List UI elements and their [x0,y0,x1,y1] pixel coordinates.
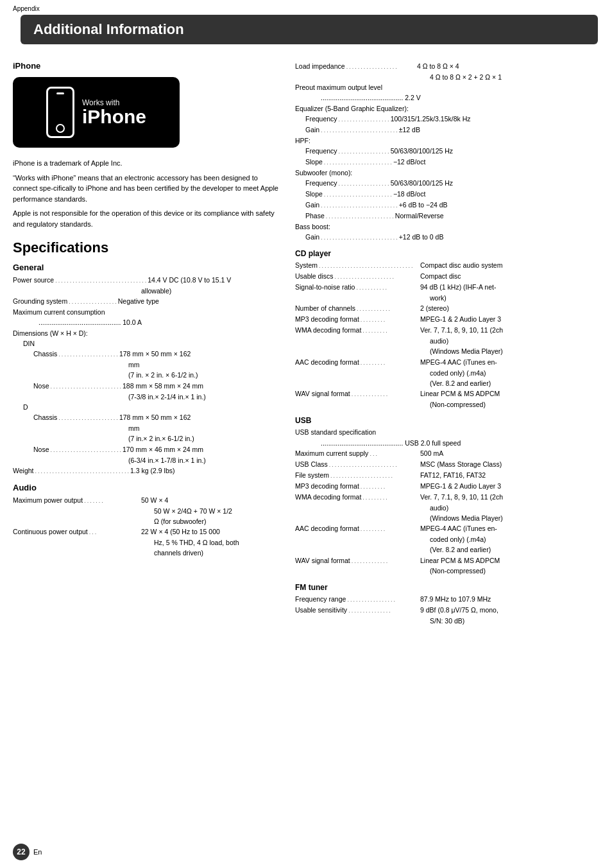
usb-section: USB USB standard specification .........… [295,416,599,576]
spec-max-power: Maximum power output ....... 50 W × 4 [13,495,282,506]
spec-cd-discs: Usable discs ..................... Compa… [295,271,599,282]
spec-cd-system: System .................................… [295,260,599,271]
content-wrapper: iPhone Works with iPhone iPhone is a tra… [0,51,612,626]
spec-sub-gain: Gain ........................... +6 dB t… [295,200,599,211]
spec-din-chassis: Chassis ..................... 178 mm × 5… [13,349,282,360]
spec-load-imp: Load impedance .................. 4 Ω to… [295,61,599,72]
spec-bass-gain: Gain ........................... +12 dB … [295,232,599,243]
spec-hpf-slope: Slope ........................ −12 dB/oc… [295,157,599,168]
spec-row-power-source: Power source ...........................… [13,275,282,286]
spec-usb-wav: WAV signal format ............. Linear P… [295,555,599,566]
iphone-section: iPhone Works with iPhone iPhone is a tra… [13,61,282,229]
iphone-desc-line-2: “Works with iPhone” means that an electr… [13,173,282,205]
fm-tuner-heading: FM tuner [295,583,599,592]
spec-fm-freq: Frequency range ................. 87.9 M… [295,594,599,605]
section-title: Additional Information [33,21,184,38]
iphone-icon [46,87,74,138]
iphone-description: iPhone is a trademark of Apple Inc. “Wor… [13,158,282,229]
page-number: 22 [13,844,30,860]
general-heading: General [13,263,282,272]
spec-usb-class: USB Class ........................ MSC (… [295,459,599,470]
iphone-badge: Works with iPhone [13,77,180,148]
footer: 22 En [13,844,42,860]
spec-value-ground: Negative type [118,296,159,307]
fm-tuner-section: FM tuner Frequency range ...............… [295,583,599,626]
spec-din-label: DIN [13,338,282,349]
spec-dimensions-label: Dimensions (W × H × D): [13,328,282,338]
iphone-desc-line-1: iPhone is a trademark of Apple Inc. [13,158,282,169]
right-column: Load impedance .................. 4 Ω to… [295,51,599,626]
specifications-section: Specifications General Power source ....… [13,239,282,559]
spec-cd-wav: WAV signal format ............. Linear P… [295,388,599,399]
spec-d-nose: Nose ......................... 170 mm × … [13,444,282,455]
cd-player-section: CD player System .......................… [295,249,599,410]
audio-heading: Audio [13,483,282,492]
spec-sub-freq: Frequency .................. 50/63/80/10… [295,178,599,189]
usb-heading: USB [295,416,599,425]
spec-row-maxcurrent-value: ........................................… [13,317,282,327]
left-column: iPhone Works with iPhone iPhone is a tra… [13,51,282,626]
spec-eq-gain: Gain ........................... ±12 dB [295,125,599,135]
spec-fm-sensitivity: Usable sensitivity ............... 9 dBf… [295,605,599,616]
section-title-bar: Additional Information [21,15,598,44]
iphone-heading: iPhone [13,61,282,71]
spec-din-nose: Nose ......................... 188 mm × … [13,381,282,392]
spec-cd-wma: WMA decoding format ......... Ver. 7, 7.… [295,325,599,336]
spec-label-power-source: Power source ...........................… [13,275,148,286]
page: Appendix Additional Information iPhone W… [0,0,612,868]
spec-usb-mp3: MP3 decoding format ......... MPEG-1 & 2… [295,481,599,492]
cd-player-heading: CD player [295,249,599,258]
spec-row-maxcurrent-label: Maximum current consumption [13,307,282,317]
spec-usb-aac: AAC decoding format ......... MPEG-4 AAC… [295,523,599,534]
spec-hpf-freq: Frequency .................. 50/63/80/10… [295,146,599,157]
spec-cd-aac: AAC decoding format ......... MPEG-4 AAC… [295,357,599,368]
spec-cd-mp3: MP3 decoding format ......... MPEG-1 & 2… [295,314,599,325]
specifications-title: Specifications [13,239,282,256]
spec-cd-snr: Signal-to-noise ratio ........... 94 dB … [295,282,599,293]
spec-cont-power: allowable) [13,286,282,296]
spec-eq-freq: Frequency .................. 100/315/1.2… [295,114,599,125]
spec-cd-channels: Number of channels ............ 2 (stere… [295,303,599,314]
spec-d-chassis: Chassis ..................... 178 mm × 5… [13,412,282,423]
spec-value-power-source: 14.4 V DC (10.8 V to 15.1 V [148,275,231,286]
header: Appendix [0,0,612,12]
appendix-label: Appendix [13,5,40,12]
spec-row-ground: Grounding system ................. Negat… [13,296,282,307]
spec-weight: Weight .................................… [13,465,282,476]
spec-usb-wma: WMA decoding format ......... Ver. 7, 7.… [295,492,599,503]
language-label: En [33,848,42,856]
spec-usb-maxcurrent: Maximum current supply ... 500 mA [295,448,599,459]
iphone-desc-line-3: Apple is not responsible for the operati… [13,208,282,229]
spec-sub-phase: Phase ........................ Normal/Re… [295,211,599,221]
spec-sub-slope: Slope ........................ −18 dB/oc… [295,189,599,200]
spec-usb-filesystem: File system ...................... FAT12… [295,470,599,481]
spec-cont-power: Continuous power output ... 22 W × 4 (50… [13,526,282,537]
spec-d-label: D [13,402,282,412]
iphone-badge-text: Works with iPhone [82,98,146,126]
iphone-word-label: iPhone [82,107,146,126]
right-top-specs: Load impedance .................. 4 Ω to… [295,61,599,243]
